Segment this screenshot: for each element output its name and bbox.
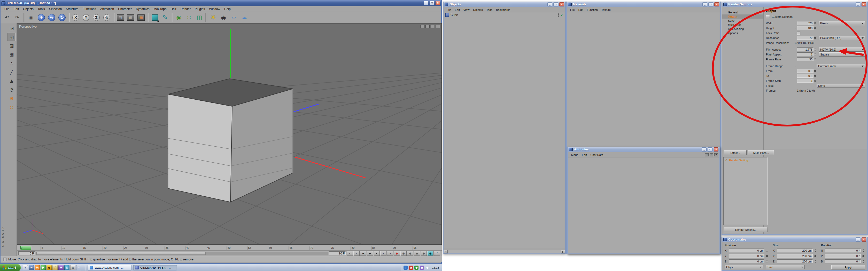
film-aspect-spinner[interactable] <box>813 47 816 52</box>
autokey-button[interactable]: ● <box>427 251 433 256</box>
messenger-status-icon[interactable]: ● <box>420 266 424 270</box>
new-render-setting-button[interactable]: Render Setting... <box>724 227 768 232</box>
attributes-content-area[interactable] <box>568 158 719 253</box>
model-mode-icon[interactable]: ◱ <box>7 33 16 41</box>
task-button-browser[interactable]: www.c4dzone.com - ... <box>88 265 131 270</box>
end-frame-field[interactable]: 90 F <box>329 251 346 255</box>
film-aspect-input[interactable]: 1.778 <box>797 47 813 52</box>
menu-item[interactable]: Render <box>179 7 192 11</box>
render-picture-viewer-icon[interactable]: ▥ <box>126 13 135 23</box>
menu-item[interactable]: Dynamics <box>134 7 151 11</box>
minimize-button[interactable]: _ <box>703 2 707 6</box>
close-button[interactable]: × <box>559 2 564 6</box>
volume-icon[interactable]: ♪ <box>404 266 408 270</box>
music-player-icon[interactable]: ♪ <box>53 265 58 270</box>
menu-item[interactable]: File <box>445 8 453 11</box>
z-axis-lock-icon[interactable]: Z <box>91 13 101 23</box>
nav-item-output[interactable]: Output <box>722 14 764 19</box>
photo-viewer-icon[interactable]: ▧ <box>64 265 69 270</box>
play-button[interactable]: ▶ <box>367 251 373 256</box>
menu-item[interactable]: Objects <box>471 8 484 11</box>
menu-item[interactable]: Edit <box>11 7 21 11</box>
menu-item[interactable]: Bookmarks <box>494 8 512 11</box>
ie-icon[interactable]: e <box>23 265 28 270</box>
menu-item[interactable]: Edit <box>577 8 585 11</box>
make-editable-icon[interactable]: ◲ <box>7 24 16 32</box>
from-input[interactable]: 0 F <box>797 69 813 73</box>
history-forward-icon[interactable]: ▸ <box>710 153 713 157</box>
record-rotation-button[interactable]: ● <box>414 251 420 256</box>
menu-item[interactable]: Edit <box>454 8 461 11</box>
nav-item-save[interactable]: Save <box>722 19 764 23</box>
polygons-mode-icon[interactable]: ▲ <box>7 77 16 85</box>
pixel-aspect-input[interactable]: 1 <box>797 53 813 56</box>
size-mode-dropdown[interactable]: Size <box>766 265 805 269</box>
antivirus-icon[interactable]: ● <box>414 266 418 270</box>
resolution-unit-dropdown[interactable]: Pixels/Inch (DPI) <box>819 36 865 40</box>
minimize-button[interactable]: _ <box>856 2 860 6</box>
maximize-button[interactable]: □ <box>430 1 434 5</box>
spinner[interactable] <box>862 259 865 263</box>
scroll-right-button[interactable] <box>561 250 565 253</box>
spinner[interactable] <box>814 259 817 263</box>
previous-frame-button[interactable]: ◀ <box>360 251 366 256</box>
minimize-button[interactable]: _ <box>548 2 552 6</box>
menu-item[interactable]: MoGraph <box>152 7 168 11</box>
maximize-button[interactable]: □ <box>708 2 713 6</box>
live-selection-icon[interactable]: ◎ <box>26 13 36 23</box>
close-button[interactable]: × <box>862 237 866 242</box>
menu-item[interactable]: Texture <box>600 8 612 11</box>
move-tool-icon[interactable]: + <box>36 13 46 23</box>
fields-dropdown[interactable]: None <box>816 83 865 88</box>
lock-icon[interactable]: ▪ <box>714 153 718 157</box>
goto-start-button[interactable]: « <box>347 251 353 256</box>
points-mode-icon[interactable]: ∴ <box>7 59 16 67</box>
z-axis-handle[interactable] <box>294 104 319 112</box>
record-keyframe-button[interactable]: ● <box>394 251 400 256</box>
width-input[interactable]: 320 <box>797 21 813 25</box>
preset-row[interactable]: ✓ Render Setting <box>723 158 768 163</box>
hypernurbs-icon[interactable]: ◉ <box>174 13 184 23</box>
height-spinner[interactable] <box>813 26 816 30</box>
object-row-cube[interactable]: Cube ✓ <box>443 12 565 18</box>
next-key-button[interactable]: › <box>380 251 386 256</box>
render-preset-list[interactable]: ✓ Render Setting <box>723 157 768 225</box>
spinner[interactable] <box>766 254 769 258</box>
floor-icon[interactable]: ▱ <box>229 13 239 23</box>
maximize-button[interactable]: □ <box>553 2 558 6</box>
sky-icon[interactable]: ☁ <box>239 13 249 23</box>
coordinate-system-icon[interactable]: ◍ <box>102 13 112 23</box>
close-button[interactable]: × <box>862 2 866 6</box>
cube-primitive-icon[interactable]: ■ <box>150 13 160 23</box>
nav-item-options[interactable]: Options <box>722 31 764 35</box>
menu-item[interactable]: Animation <box>98 7 116 11</box>
objects-list[interactable]: Cube ✓ <box>443 12 565 248</box>
record-scale-button[interactable]: ● <box>407 251 413 256</box>
y-axis-lock-icon[interactable]: Y <box>81 13 91 23</box>
document-icon[interactable]: ▱ <box>76 265 82 270</box>
nav-item-multipass[interactable]: Multi-Pass <box>722 23 764 27</box>
object-mode-dropdown[interactable]: Object <box>724 265 764 269</box>
rotate-tool-icon[interactable]: ↻ <box>57 13 67 23</box>
current-frame-field[interactable]: 0 F <box>18 251 35 255</box>
frame-step-input[interactable]: 1 <box>797 79 813 82</box>
start-button[interactable]: start <box>0 264 21 271</box>
menu-item[interactable]: Help <box>222 7 232 11</box>
visibility-dots-icon[interactable] <box>558 13 559 17</box>
width-unit-dropdown[interactable]: Pixels <box>819 21 865 25</box>
horizontal-scrollbar[interactable] <box>443 250 565 253</box>
frame-step-spinner[interactable] <box>813 79 816 82</box>
menu-item[interactable]: Character <box>116 7 133 11</box>
menu-item[interactable]: Edit <box>581 153 588 157</box>
menu-item[interactable]: Functions <box>81 7 98 11</box>
light-icon[interactable]: ☀ <box>208 13 218 23</box>
menu-item[interactable]: File <box>568 8 576 11</box>
minimize-button[interactable]: _ <box>702 147 707 151</box>
film-aspect-preset-dropdown[interactable]: HDTV (16:9) <box>819 47 865 52</box>
range-slider-handle[interactable] <box>36 252 206 255</box>
enabled-check-icon[interactable]: ✓ <box>561 13 563 17</box>
menu-item[interactable]: File <box>3 7 11 11</box>
spline-pen-icon[interactable]: ✎ <box>160 13 170 23</box>
workplane-mode-icon[interactable]: ▦ <box>7 50 16 59</box>
custom-settings-control[interactable]: Custom Settings <box>766 15 865 18</box>
